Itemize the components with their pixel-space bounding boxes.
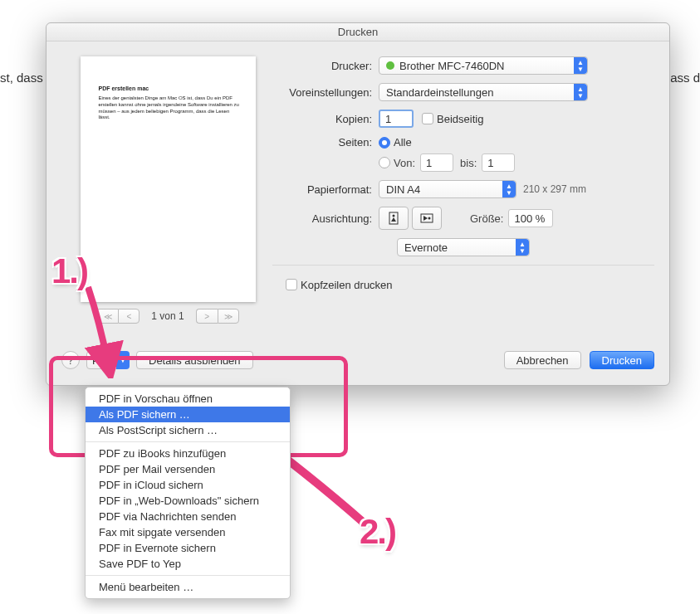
svg-point-1 [393,215,395,217]
pdf-dropdown-label: PDF [86,351,120,369]
pdf-menu-item[interactable]: PDF via Nachrichten senden [86,509,290,524]
size-label: Größe: [470,212,503,225]
orientation-landscape-button[interactable] [412,207,442,230]
pages-all-label: Alle [394,136,412,149]
bottom-bar: ? PDF ▼ Details ausblenden Abbrechen Dru… [47,347,669,385]
print-headers-label: Kopfzeilen drucken [301,279,393,291]
pdf-menu-item[interactable]: PDF in „Web-Downloads" sichern [86,493,290,509]
print-dialog: Drucken PDF erstellen mac Eines der geni… [46,22,670,386]
copies-input[interactable]: 1 [379,110,414,128]
help-button[interactable]: ? [61,351,80,369]
chevron-down-icon: ▼ [116,351,130,369]
orientation-label: Ausrichtung: [272,212,379,225]
pages-label: Seiten: [272,136,379,149]
print-headers-checkbox[interactable] [286,279,297,290]
dialog-title: Drucken [47,23,669,41]
menu-separator [86,441,290,442]
pager: ≪ < 1 von 1 > ≫ [65,309,271,324]
prefs-label: Voreinstellungen: [272,86,379,99]
pages-from-input[interactable]: 1 [420,154,453,172]
pdf-menu-item[interactable]: Als PostScript sichern … [86,422,290,438]
pages-to-input[interactable]: 1 [482,154,515,172]
pdf-menu-item[interactable]: Save PDF to Yep [86,556,290,572]
landscape-icon [419,211,434,226]
pdf-menu-item[interactable]: Menü bearbeiten … [86,579,290,595]
printer-value: Brother MFC-7460DN [399,60,504,72]
size-input[interactable]: 100 % [508,209,553,227]
pdf-menu-item[interactable]: Fax mit sipgate versenden [86,524,290,540]
pdf-menu-item[interactable]: PDF in Evernote sichern [86,540,290,556]
toggle-details-button[interactable]: Details ausblenden [136,351,253,369]
svg-point-3 [428,217,431,220]
pages-from-label: Von: [394,157,415,169]
printer-select[interactable]: Brother MFC-7460DN ▲▼ [379,56,588,75]
menu-separator [86,575,290,576]
pdf-menu-item[interactable]: PDF per Mail versenden [86,461,290,477]
pdf-menu-item[interactable]: PDF in Vorschau öffnen [86,391,290,407]
next-page-button[interactable]: > [196,309,218,324]
prev-page-button[interactable]: < [118,309,140,324]
both-sides-label: Beidseitig [437,113,483,125]
divider [272,265,654,266]
app-select[interactable]: Evernote ▲▼ [397,238,530,256]
prefs-select[interactable]: Standardeinstellungen ▲▼ [379,83,588,101]
preview-pane: PDF erstellen mac Eines der genialsten D… [65,56,271,340]
copies-label: Kopien: [272,113,379,125]
prefs-value: Standardeinstellungen [386,86,493,99]
cancel-button[interactable]: Abbrechen [504,351,581,369]
papersize-value: DIN A4 [386,183,420,196]
first-page-button[interactable]: ≪ [96,309,118,324]
last-page-button[interactable]: ≫ [218,309,239,324]
orientation-portrait-button[interactable] [379,207,409,230]
preview-title: PDF erstellen mac [99,85,242,92]
pager-label: 1 von 1 [151,310,184,322]
pdf-menu-item[interactable]: Als PDF sichern … [86,407,290,422]
page-preview: PDF erstellen mac Eines der genialsten D… [81,56,256,302]
pages-to-label: bis: [460,157,477,169]
pages-range-radio[interactable] [379,157,390,168]
both-sides-checkbox[interactable] [422,113,433,124]
printer-label: Drucker: [272,60,379,72]
printer-status-icon [386,61,394,70]
pdf-menu-item[interactable]: PDF in iCloud sichern [86,477,290,493]
app-value: Evernote [404,241,448,254]
papersize-select[interactable]: DIN A4 ▲▼ [379,180,516,198]
papersize-label: Papierformat: [272,183,379,196]
annotation-label-1: 1.) [51,251,87,291]
portrait-icon [386,211,401,226]
pdf-menu-item[interactable]: PDF zu iBooks hinzufügen [86,446,290,461]
annotation-label-2: 2.) [360,512,395,552]
pdf-dropdown[interactable]: PDF ▼ [86,351,130,369]
pdf-menu: PDF in Vorschau öffnenAls PDF sichern …A… [85,387,291,599]
form-pane: Drucker: Brother MFC-7460DN ▲▼ Voreinste… [271,56,669,340]
pages-all-radio[interactable] [379,137,390,149]
preview-body: Eines der genialsten Dinge am Mac OS ist… [99,95,242,121]
papersize-dimensions: 210 x 297 mm [523,183,586,195]
print-button[interactable]: Drucken [590,351,654,369]
